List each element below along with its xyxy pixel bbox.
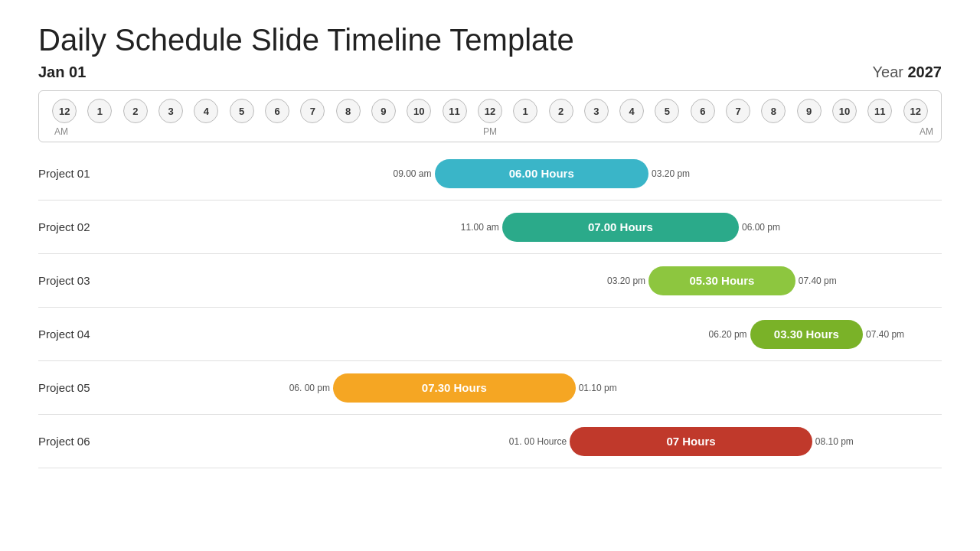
- hour-circle: 12: [903, 99, 928, 123]
- project-timeline: 07.00 Hours11.00 am06.00 pm: [130, 201, 942, 253]
- hour-cell: 12: [47, 99, 82, 123]
- hour-cell: 6: [685, 99, 720, 123]
- hour-cell: 7: [295, 99, 330, 123]
- project-timeline: 03.30 Hours06.20 pm07.40 pm: [130, 308, 942, 360]
- project-label: Project 06: [38, 435, 130, 448]
- hour-cell: 7: [720, 99, 756, 123]
- hour-cell: 3: [153, 99, 188, 123]
- hour-cell: 9: [792, 99, 827, 123]
- hour-cell: 9: [366, 99, 401, 123]
- time-start-label: 06. 00 pm: [289, 383, 330, 393]
- project-row: Project 0106.00 Hours09.00 am03.20 pm: [38, 147, 942, 201]
- time-end-label: 07.40 pm: [799, 276, 837, 286]
- project-label: Project 01: [38, 167, 130, 180]
- project-label: Project 03: [38, 274, 130, 287]
- project-row: Project 0207.00 Hours11.00 am06.00 pm: [38, 201, 942, 254]
- hour-circle: 7: [726, 99, 750, 123]
- page-title: Daily Schedule Slide Timeline Template: [38, 23, 942, 57]
- hour-cell: 1: [508, 99, 543, 123]
- hour-cell: 12: [472, 99, 508, 123]
- time-start-label: 01. 00 Hource: [509, 436, 567, 447]
- project-bar: 07 Hours: [570, 427, 812, 456]
- projects-area: Project 0106.00 Hours09.00 am03.20 pmPro…: [38, 147, 942, 468]
- hour-cell: 11: [436, 99, 472, 123]
- am-start-label: AM: [54, 126, 68, 137]
- hour-cell: 12: [898, 99, 933, 123]
- time-end-label: 08.10 pm: [815, 436, 854, 447]
- time-start-label: 09.00 am: [393, 168, 431, 179]
- pm-label: PM: [483, 126, 497, 137]
- hour-circle: 8: [336, 99, 361, 123]
- hour-cell: 11: [862, 99, 897, 123]
- hour-cell: 5: [649, 99, 684, 123]
- hour-circle: 2: [549, 99, 573, 123]
- hour-circle: 11: [867, 99, 892, 123]
- hour-circle: 12: [478, 99, 502, 123]
- timeline-container: 12123456789101112123456789101112 AM PM A…: [38, 90, 942, 142]
- project-timeline: 06.00 Hours09.00 am03.20 pm: [130, 147, 942, 200]
- hour-circle: 2: [123, 99, 148, 123]
- project-bar: 05.30 Hours: [648, 266, 795, 295]
- project-bar: 03.30 Hours: [750, 320, 864, 349]
- project-bar: 07.00 Hours: [502, 213, 739, 242]
- hour-circle: 5: [230, 99, 254, 123]
- hour-circle: 9: [797, 99, 822, 123]
- hour-circle: 8: [761, 99, 786, 123]
- time-end-label: 07.40 pm: [866, 329, 904, 340]
- hour-cell: 10: [827, 99, 862, 123]
- hour-circle: 10: [407, 99, 431, 123]
- hour-circle: 12: [52, 99, 77, 123]
- project-row: Project 0403.30 Hours06.20 pm07.40 pm: [38, 308, 942, 361]
- time-end-label: 01.10 pm: [579, 383, 617, 393]
- hour-cell: 10: [401, 99, 436, 123]
- time-end-label: 06.00 pm: [742, 222, 780, 233]
- project-label: Project 02: [38, 220, 130, 233]
- project-row: Project 0305.30 Hours03.20 pm07.40 pm: [38, 254, 942, 308]
- project-row: Project 0507.30 Hours06. 00 pm01.10 pm: [38, 361, 942, 415]
- hour-cell: 5: [224, 99, 260, 123]
- hour-circle: 3: [158, 99, 183, 123]
- hour-cell: 2: [118, 99, 153, 123]
- hour-cell: 8: [331, 99, 366, 123]
- project-timeline: 05.30 Hours03.20 pm07.40 pm: [130, 254, 942, 307]
- project-bar: 06.00 Hours: [435, 159, 649, 188]
- year-label: Year 2027: [873, 64, 942, 81]
- ampm-row: AM PM AM: [39, 123, 941, 142]
- hour-circle: 7: [300, 99, 325, 123]
- hour-cell: 6: [260, 99, 295, 123]
- hour-circle: 10: [832, 99, 857, 123]
- hour-cell: 4: [188, 99, 224, 123]
- project-timeline: 07 Hours01. 00 Hource08.10 pm: [130, 415, 942, 468]
- time-start-label: 03.20 pm: [607, 276, 645, 286]
- project-row: Project 0607 Hours01. 00 Hource08.10 pm: [38, 415, 942, 468]
- hour-cell: 4: [614, 99, 649, 123]
- hours-row: 12123456789101112123456789101112: [39, 99, 941, 123]
- date-label: Jan 01: [38, 64, 86, 81]
- project-label: Project 04: [38, 328, 130, 341]
- project-bar: 07.30 Hours: [333, 373, 576, 403]
- hour-circle: 9: [371, 99, 396, 123]
- hour-circle: 11: [443, 99, 467, 123]
- header-row: Jan 01 Year 2027: [38, 64, 942, 81]
- time-start-label: 11.00 am: [461, 222, 499, 233]
- am-end-label: AM: [920, 126, 933, 137]
- project-label: Project 05: [38, 381, 130, 394]
- hour-circle: 1: [87, 99, 112, 123]
- hour-cell: 2: [543, 99, 578, 123]
- time-start-label: 06.20 pm: [709, 329, 747, 340]
- hour-circle: 5: [655, 99, 679, 123]
- hour-circle: 6: [691, 99, 715, 123]
- hour-circle: 3: [584, 99, 609, 123]
- project-timeline: 07.30 Hours06. 00 pm01.10 pm: [130, 361, 942, 414]
- hour-circle: 1: [513, 99, 537, 123]
- hour-circle: 4: [194, 99, 218, 123]
- hour-cell: 1: [82, 99, 117, 123]
- hour-cell: 8: [756, 99, 791, 123]
- hour-circle: 6: [265, 99, 289, 123]
- hour-circle: 4: [619, 99, 644, 123]
- hour-cell: 3: [579, 99, 614, 123]
- time-end-label: 03.20 pm: [652, 168, 690, 179]
